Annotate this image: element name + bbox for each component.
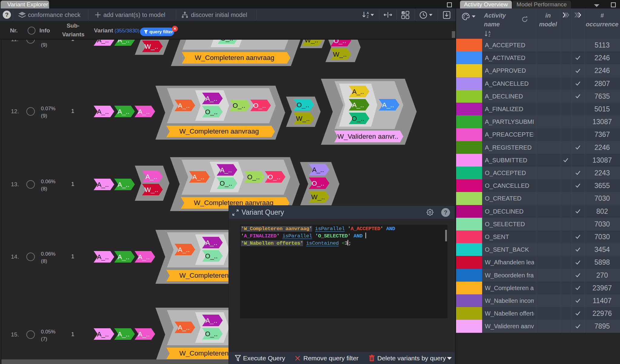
svg-text:O_..: O_..	[221, 40, 233, 42]
svg-text:W_..: W_..	[145, 186, 158, 194]
svg-text:A_..: A_..	[97, 330, 109, 338]
svg-text:O_..: O_..	[220, 180, 232, 187]
svg-text:A_..: A_..	[178, 102, 190, 109]
svg-text:A_..: A_..	[97, 253, 109, 261]
svg-text:O_..: O_..	[352, 115, 365, 122]
svg-text:A_..: A_..	[205, 95, 217, 102]
svg-text:A_..: A_..	[205, 239, 217, 247]
svg-text:A_..: A_..	[352, 88, 364, 95]
svg-text:O_..: O_..	[205, 108, 218, 116]
svg-text:A_..: A_..	[118, 253, 129, 261]
svg-text:W_..: W_..	[333, 51, 347, 58]
svg-text:A_..: A_..	[97, 108, 109, 115]
svg-text:W_Completeren aanvraag: W_Completeren aanvraag	[179, 127, 259, 135]
svg-text:A_..: A_..	[118, 181, 129, 188]
svg-text:A_..: A_..	[145, 173, 157, 180]
svg-text:A_..: A_..	[382, 101, 394, 109]
svg-text:O_..: O_..	[205, 252, 218, 260]
svg-text:O_..: O_..	[334, 40, 346, 45]
svg-text:W_..: W_..	[296, 115, 310, 122]
svg-text:A_..: A_..	[205, 317, 217, 324]
svg-text:A_..: A_..	[220, 166, 232, 174]
svg-text:A_..: A_..	[352, 101, 364, 109]
svg-text:O_..: O_..	[312, 180, 325, 187]
svg-text:A_..: A_..	[118, 40, 129, 44]
svg-text:O_..: O_..	[205, 330, 218, 338]
svg-text:Z: Z	[367, 15, 369, 18]
svg-text:W_..: W_..	[145, 43, 158, 50]
svg-text:A_..: A_..	[138, 108, 150, 115]
svg-text:A_..: A_..	[192, 173, 204, 181]
svg-text:Z: Z	[488, 34, 490, 37]
svg-text:A_..: A_..	[138, 253, 150, 261]
svg-text:O_..: O_..	[233, 102, 245, 109]
svg-text:A_..: A_..	[312, 166, 324, 174]
svg-text:A: A	[488, 31, 491, 34]
svg-text:W_..: W_..	[305, 40, 318, 44]
svg-text:O_..: O_..	[268, 173, 281, 181]
svg-text:O_..: O_..	[247, 173, 260, 181]
svg-text:O_..: O_..	[297, 101, 309, 109]
svg-text:A: A	[367, 11, 369, 15]
svg-text:W_..: W_..	[311, 193, 325, 201]
svg-text:W_Completeren aanvraag: W_Completeren aanvraag	[195, 54, 275, 61]
svg-text:A_..: A_..	[118, 330, 129, 338]
svg-text:A_..: A_..	[118, 108, 129, 115]
svg-text:W_Valideren aanvr..: W_Valideren aanvr..	[338, 133, 398, 140]
svg-text:O_..: O_..	[253, 102, 266, 109]
svg-text:A_..: A_..	[97, 40, 109, 44]
svg-text:A_..: A_..	[178, 246, 190, 253]
svg-text:A_..: A_..	[138, 330, 150, 338]
svg-text:A_..: A_..	[97, 181, 109, 188]
svg-text:A_..: A_..	[178, 324, 190, 331]
